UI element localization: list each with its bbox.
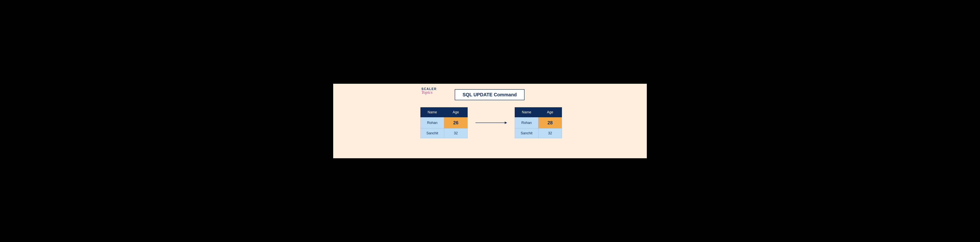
arrow-icon [476, 123, 507, 123]
cell-name: Rohan [515, 117, 538, 129]
cell-age-highlighted: 28 [538, 117, 562, 129]
scaler-topics-logo: SCALER Topics [422, 87, 437, 95]
table-row: Sanchit 32 [515, 129, 562, 138]
header-age: Age [538, 107, 562, 117]
table-row: Rohan 26 [421, 117, 468, 129]
cell-name: Sanchit [515, 129, 538, 138]
diagram-canvas: SCALER Topics SQL UPDATE Command Name Ag… [333, 84, 647, 158]
after-table: Name Age Rohan 28 Sanchit 32 [515, 107, 562, 138]
table-header-row: Name Age [421, 107, 468, 117]
header-age: Age [444, 107, 468, 117]
header-name: Name [421, 107, 444, 117]
header-name: Name [515, 107, 538, 117]
cell-age-highlighted: 26 [444, 117, 468, 129]
cell-name: Rohan [421, 117, 444, 129]
diagram-title: SQL UPDATE Command [455, 89, 525, 100]
table-row: Rohan 28 [515, 117, 562, 129]
table-header-row: Name Age [515, 107, 562, 117]
cell-age: 32 [444, 129, 468, 138]
tables-container: Name Age Rohan 26 Sanchit 32 Name Age Ro… [420, 107, 562, 138]
table-row: Sanchit 32 [421, 129, 468, 138]
cell-name: Sanchit [421, 129, 444, 138]
cell-age: 32 [538, 129, 562, 138]
before-table: Name Age Rohan 26 Sanchit 32 [420, 107, 468, 138]
